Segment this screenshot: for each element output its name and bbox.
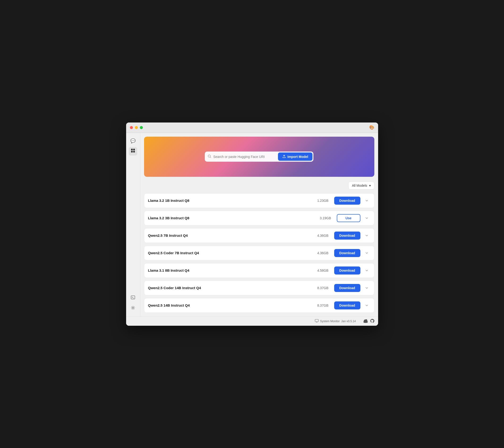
model-name: Qwen2.5 Coder 7B Instruct Q4 [148, 251, 311, 255]
sidebar-item-settings[interactable] [129, 304, 137, 313]
main-content: Import Model All Models ▾ Llama 3.2 1B I… [140, 133, 378, 316]
expand-button[interactable] [363, 302, 370, 309]
model-row: Qwen2.5 14B Instruct Q48.37GBDownload [144, 298, 374, 313]
svg-rect-3 [133, 151, 135, 153]
models-list: Llama 3.2 1B Instruct Q81.23GBDownloadLl… [144, 193, 374, 313]
monitor-icon [315, 319, 319, 323]
model-row: Qwen2.5 7B Instruct Q44.36GBDownload [144, 228, 374, 243]
expand-button[interactable] [363, 215, 370, 222]
model-row: Llama 3.2 1B Instruct Q81.23GBDownload [144, 193, 374, 208]
terminal-icon [131, 295, 135, 301]
model-row: Qwen2.5 Coder 14B Instruct Q48.37GBDownl… [144, 281, 374, 295]
model-name: Qwen2.5 14B Instruct Q4 [148, 303, 311, 307]
download-button[interactable]: Download [334, 266, 360, 275]
version-label: Jan v0.5.14 [341, 320, 356, 323]
app-window: 🎨 💬 [126, 122, 378, 326]
filter-label: All Models [352, 184, 367, 188]
expand-button[interactable] [363, 232, 370, 239]
monitor-label: System Monitor [320, 320, 340, 323]
expand-button[interactable] [363, 267, 370, 274]
sidebar-bottom [129, 294, 137, 313]
hero-banner: Import Model [144, 137, 374, 177]
model-size: 1.23GB [314, 199, 328, 203]
download-button[interactable]: Download [334, 284, 360, 292]
model-row: Llama 3.2 3B Instruct Q83.19GBUse [144, 211, 374, 225]
model-size: 3.19GB [317, 216, 331, 220]
model-name: Llama 3.1 8B Instruct Q4 [148, 268, 311, 272]
use-button[interactable]: Use [337, 214, 360, 222]
maximize-button[interactable] [140, 126, 143, 129]
app-body: 💬 [126, 133, 378, 316]
model-row: Llama 3.1 8B Instruct Q44.58GBDownload [144, 263, 374, 278]
model-name: Llama 3.2 1B Instruct Q8 [148, 199, 311, 203]
gear-icon [131, 305, 135, 311]
github-icon[interactable] [370, 319, 374, 324]
svg-point-5 [132, 307, 134, 309]
import-model-button[interactable]: Import Model [278, 153, 312, 161]
svg-rect-7 [315, 319, 318, 322]
expand-button[interactable] [363, 284, 370, 292]
search-import-bar: Import Model [205, 152, 313, 162]
download-button[interactable]: Download [334, 249, 360, 257]
palette-icon[interactable]: 🎨 [369, 125, 374, 130]
expand-button[interactable] [363, 249, 370, 257]
import-button-label: Import Model [288, 155, 308, 159]
filter-dropdown[interactable]: All Models ▾ [348, 182, 374, 190]
model-size: 4.36GB [314, 251, 328, 255]
model-name: Qwen2.5 Coder 14B Instruct Q4 [148, 286, 311, 290]
svg-rect-2 [131, 151, 133, 153]
traffic-lights [130, 126, 143, 129]
minimize-button[interactable] [135, 126, 138, 129]
titlebar: 🎨 [126, 122, 378, 133]
grid-icon [131, 148, 135, 154]
model-size: 8.37GB [314, 304, 328, 307]
model-name: Llama 3.2 3B Instruct Q8 [148, 216, 314, 220]
sidebar: 💬 [126, 133, 140, 316]
close-button[interactable] [130, 126, 133, 129]
search-input[interactable] [213, 155, 276, 159]
discord-icon[interactable] [363, 319, 368, 324]
status-bar-monitor: System Monitor Jan v0.5.14 [315, 319, 356, 323]
download-button[interactable]: Download [334, 197, 360, 205]
search-icon [208, 154, 211, 159]
sidebar-item-terminal[interactable] [129, 294, 137, 302]
svg-rect-4 [131, 296, 135, 299]
sidebar-item-chat[interactable]: 💬 [129, 137, 137, 145]
model-name: Qwen2.5 7B Instruct Q4 [148, 233, 311, 238]
toolbar: All Models ▾ [144, 182, 374, 190]
download-button[interactable]: Download [334, 232, 360, 240]
status-icons [363, 319, 374, 324]
svg-rect-1 [133, 149, 135, 150]
model-size: 4.36GB [314, 234, 328, 238]
titlebar-right: 🎨 [369, 125, 374, 130]
status-bar: System Monitor Jan v0.5.14 [126, 316, 378, 326]
model-size: 8.37GB [314, 286, 328, 290]
chat-icon: 💬 [130, 138, 136, 143]
svg-rect-0 [131, 149, 133, 150]
model-row: Qwen2.5 Coder 7B Instruct Q44.36GBDownlo… [144, 246, 374, 260]
model-size: 4.58GB [314, 269, 328, 272]
download-button[interactable]: Download [334, 301, 360, 310]
chevron-down-icon: ▾ [369, 184, 371, 188]
expand-button[interactable] [363, 197, 370, 204]
sidebar-item-models[interactable] [129, 147, 137, 155]
upload-icon [282, 154, 286, 159]
